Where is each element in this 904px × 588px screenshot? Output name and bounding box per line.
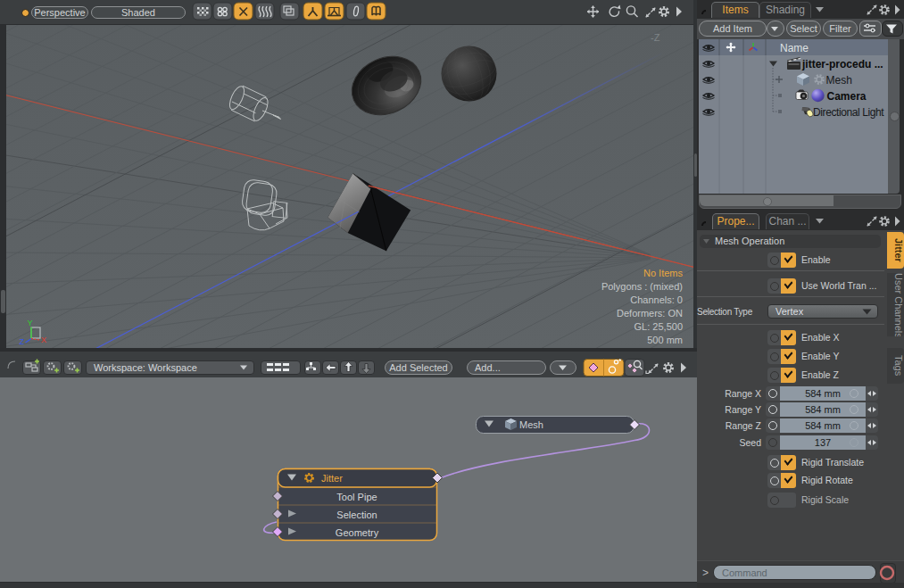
svg-text:Directional Light: Directional Light (813, 106, 884, 119)
svg-text:Tool Pipe: Tool Pipe (336, 492, 377, 502)
svg-text:Z: Z (20, 337, 25, 346)
svg-text:Y: Y (28, 319, 33, 327)
svg-text:Mesh: Mesh (519, 419, 543, 430)
svg-text:Name: Name (780, 42, 809, 54)
svg-text:Jitter: Jitter (321, 473, 343, 484)
svg-text:Selection: Selection (336, 509, 377, 520)
svg-text:Mesh: Mesh (826, 74, 852, 87)
svg-text:Camera: Camera (827, 90, 867, 103)
svg-text:X: X (41, 335, 46, 344)
svg-text:Geometry: Geometry (336, 527, 379, 538)
svg-text:jitter-procedu ...: jitter-procedu ... (801, 58, 883, 70)
